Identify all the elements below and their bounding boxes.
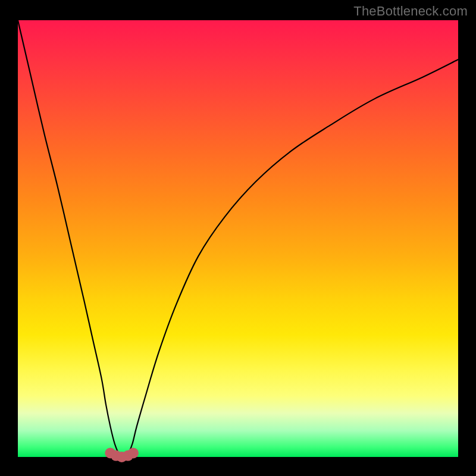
chart-frame: TheBottleneck.com <box>0 0 476 476</box>
curve-layer <box>18 20 458 457</box>
curve-right-branch <box>128 60 458 455</box>
valley-markers <box>105 447 138 462</box>
valley-marker-dot <box>128 447 139 458</box>
plot-area <box>18 20 458 457</box>
watermark-text: TheBottleneck.com <box>353 4 468 19</box>
curve-left-branch <box>18 20 119 455</box>
